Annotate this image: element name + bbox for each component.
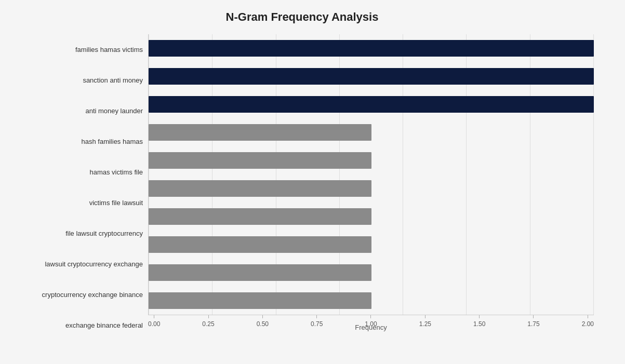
x-tick: 0.75 — [311, 315, 323, 328]
bar-row — [149, 179, 594, 198]
chart-title: N-Gram Frequency Analysis — [10, 10, 594, 24]
x-tick: 2.00 — [582, 315, 594, 328]
x-tick-label: 1.00 — [365, 320, 377, 328]
y-label: victims file lawsuit — [10, 190, 143, 217]
x-tick: 0.50 — [257, 315, 269, 328]
bar-row — [149, 263, 594, 282]
bar-row — [149, 207, 594, 226]
bar — [149, 96, 594, 113]
y-label: cryptocurrency exchange binance — [10, 281, 143, 308]
bars-section — [148, 34, 594, 315]
x-tick-line — [262, 315, 263, 318]
bar-row — [149, 95, 594, 114]
bar — [149, 68, 594, 85]
y-label: anti money launder — [10, 98, 143, 125]
y-label: hamas victims file — [10, 159, 143, 186]
bar — [149, 40, 594, 57]
y-label: file lawsuit cryptocurrency — [10, 220, 143, 247]
bar — [149, 124, 371, 141]
bars-and-x: 0.000.250.500.751.001.251.501.752.00 Fre… — [148, 34, 594, 341]
x-tick: 0.00 — [148, 315, 160, 328]
x-ticks: 0.000.250.500.751.001.251.501.752.00 — [148, 315, 594, 328]
x-tick-label: 1.50 — [473, 320, 485, 328]
x-tick-label: 1.25 — [419, 320, 431, 328]
x-tick-line — [370, 315, 371, 318]
chart-container: N-Gram Frequency Analysis families hamas… — [0, 0, 625, 364]
x-tick-line — [316, 315, 317, 318]
bar — [149, 152, 371, 169]
y-label: sanction anti money — [10, 67, 143, 94]
x-tick: 1.75 — [527, 315, 539, 328]
bar — [149, 292, 371, 309]
x-tick-line — [588, 315, 588, 318]
bar — [149, 236, 371, 253]
x-tick: 0.25 — [202, 315, 214, 328]
x-tick: 1.50 — [473, 315, 485, 328]
x-tick-label: 2.00 — [582, 320, 594, 328]
y-label: lawsuit cryptocurrency exchange — [10, 251, 143, 278]
y-label: families hamas victims — [10, 36, 143, 63]
x-axis: 0.000.250.500.751.001.251.501.752.00 Fre… — [148, 315, 594, 341]
y-label: hash families hamas — [10, 128, 143, 155]
x-tick-label: 0.00 — [148, 320, 160, 328]
bar — [149, 180, 371, 197]
x-tick-line — [533, 315, 534, 318]
x-tick-line — [479, 315, 480, 318]
bar — [149, 264, 371, 281]
bars-wrapper — [149, 34, 594, 315]
bar-row — [149, 123, 594, 142]
chart-area: families hamas victimssanction anti mone… — [10, 34, 594, 341]
bar-row — [149, 67, 594, 86]
bar-row — [149, 235, 594, 254]
x-tick-line — [208, 315, 209, 318]
x-tick-label: 1.75 — [527, 320, 539, 328]
x-tick: 1.25 — [419, 315, 431, 328]
y-label: exchange binance federal — [10, 312, 143, 339]
bar-row — [149, 39, 594, 58]
x-tick-line — [425, 315, 425, 318]
bar-row — [149, 151, 594, 170]
x-tick-label: 0.25 — [202, 320, 214, 328]
y-axis: families hamas victimssanction anti mone… — [10, 34, 148, 341]
x-tick: 1.00 — [365, 315, 377, 328]
x-tick-line — [154, 315, 154, 318]
x-tick-label: 0.50 — [257, 320, 269, 328]
bar — [149, 208, 371, 225]
bar-row — [149, 291, 594, 310]
x-tick-label: 0.75 — [311, 320, 323, 328]
